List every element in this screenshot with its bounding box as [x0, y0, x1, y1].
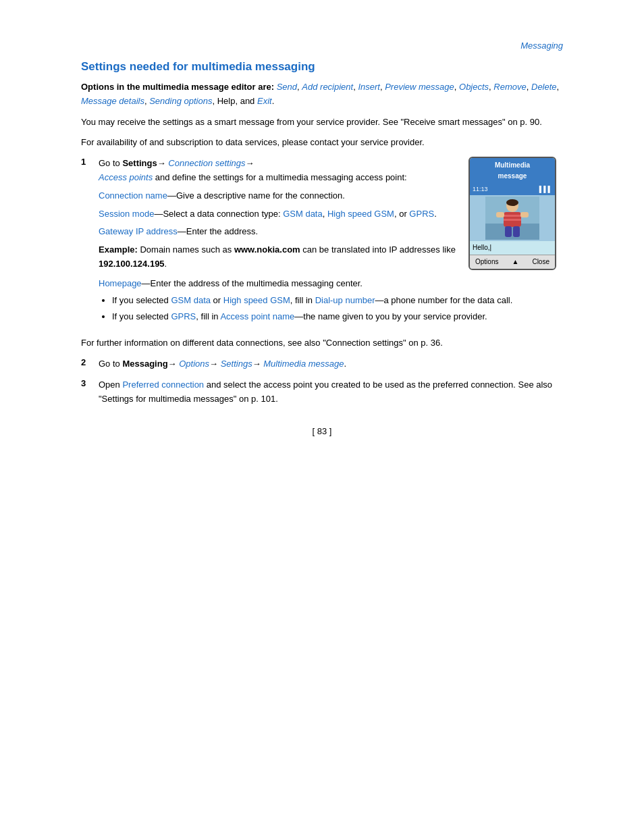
options-link-message-details: Message details [81, 96, 144, 106]
bullet1-dash: —a phone number for the data call. [375, 295, 513, 305]
session-mode-gprs: GPRS [409, 209, 434, 219]
phone-time: 11:13 [473, 184, 488, 194]
svg-rect-5 [504, 215, 521, 217]
step2-end: . [344, 359, 347, 369]
gateway-dash: —Enter the address. [178, 226, 258, 236]
phone-close-btn: Close [532, 257, 549, 267]
bullet1-or: or [211, 295, 223, 305]
svg-rect-6 [504, 219, 521, 221]
page-number: [ 83 ] [81, 426, 563, 436]
session-mode-highspeed: High speed GSM [327, 209, 394, 219]
step1-number: 1 [81, 157, 92, 330]
para2: For availability of and subscription to … [81, 136, 563, 150]
bullet2-dash: —the name given to you by your service p… [294, 311, 487, 321]
options-link-exit: Exit [257, 96, 272, 106]
step3-content: Open Preferred connection and select the… [99, 378, 563, 407]
example-mid: can be translated into IP addresses like [300, 244, 456, 255]
options-link-delete: Delete [531, 82, 557, 92]
svg-rect-8 [520, 212, 529, 217]
step2-multimedia: Multimedia message [263, 359, 344, 369]
phone-person-icon [485, 197, 539, 240]
step2-section: 2 Go to Messaging→ Options→ Settings→ Mu… [81, 357, 563, 371]
step1-pre: Go to [99, 158, 122, 168]
step1-arrow2: → [246, 158, 254, 168]
example-ip: 192.100.124.195 [99, 259, 165, 269]
phone-status-bar: 11:13 ▌▌▌ [470, 184, 555, 194]
bullet2-gprs: GPRS [171, 311, 196, 321]
phone-screen: Multimedia message 11:13 ▌▌▌ [468, 157, 556, 269]
svg-point-3 [506, 199, 518, 206]
bullet1-pre: If you selected [112, 295, 171, 305]
options-and: and [240, 96, 257, 106]
step3-preferred: Preferred connection [122, 380, 204, 390]
options-link-objects: Objects [459, 82, 489, 92]
options-link-add-recipient: Add recipient [302, 82, 353, 92]
step1-access-points: Access points [99, 172, 153, 182]
options-link-remove: Remove [493, 82, 526, 92]
step1-connection-settings: Connection settings [168, 158, 245, 168]
svg-rect-10 [513, 226, 520, 237]
bullet1-highspeed: High speed GSM [223, 295, 290, 305]
step2-pre: Go to [99, 359, 122, 369]
gateway-label: Gateway IP address [99, 226, 178, 236]
step1-arrow1: → [157, 158, 169, 168]
example-text: Domain names such as [140, 244, 234, 255]
svg-rect-9 [505, 226, 512, 237]
step1-text-mid: and define the settings for a multimedia… [153, 172, 407, 182]
phone-screenshot: Multimedia message 11:13 ▌▌▌ [468, 157, 556, 269]
phone-image-area [470, 195, 555, 241]
page-title: Settings needed for multimedia messaging [81, 60, 563, 74]
bullet1-gsm-data: GSM data [171, 295, 211, 305]
step2-options: Options [179, 359, 209, 369]
homepage-item: Homepage—Enter the address of the multim… [99, 277, 556, 291]
para1: You may receive the settings as a smart … [81, 115, 563, 130]
bullet1: If you selected GSM data or High speed G… [112, 294, 556, 308]
step3-section: 3 Open Preferred connection and select t… [81, 378, 563, 407]
phone-options-btn: Options [475, 257, 498, 267]
options-link-preview: Preview message [385, 82, 454, 92]
example-end: . [165, 259, 167, 269]
step2-arrow3: → [252, 359, 264, 369]
step2-content: Go to Messaging→ Options→ Settings→ Mult… [99, 357, 563, 371]
phone-signal: ▌▌▌ [539, 184, 552, 194]
homepage-dash: —Enter the address of the multimedia mes… [142, 278, 363, 288]
step3-number: 3 [81, 378, 92, 407]
step3-pre: Open [99, 380, 122, 390]
further-info: For further information on different dat… [81, 336, 563, 350]
bullet2: If you selected GPRS, fill in Access poi… [112, 310, 556, 324]
connection-name-dash: —Give a descriptive name for the connect… [167, 190, 345, 201]
options-link-insert: Insert [358, 82, 380, 92]
section-header: Messaging [81, 41, 563, 51]
options-label: Options in the multimedia message editor… [81, 82, 274, 92]
step1-section: 1 Multimedia message 11:13 ▌▌▌ [81, 157, 563, 330]
step2-arrow1: → [168, 359, 180, 369]
session-or: , or [394, 209, 409, 219]
bullet2-apn: Access point name [220, 311, 294, 321]
connection-name-label: Connection name [99, 190, 167, 201]
session-mode-gsm: GSM data [283, 209, 323, 219]
step2-messaging: Messaging [122, 359, 167, 369]
homepage-label: Homepage [99, 278, 142, 288]
phone-title: Multimedia message [470, 158, 555, 184]
session-mode-label: Session mode [99, 209, 154, 219]
example-label: Example: [99, 244, 138, 255]
bullet2-pre: If you selected [112, 311, 171, 321]
options-link-send: Send [277, 82, 297, 92]
options-line: Options in the multimedia message editor… [81, 80, 563, 109]
step2-settings: Settings [221, 359, 252, 369]
page: Messaging Settings needed for multimedia… [0, 0, 644, 834]
svg-rect-7 [496, 212, 504, 217]
bullet2-mid: , fill in [196, 311, 220, 321]
session-comma1: , [323, 209, 327, 219]
options-link-sending-options: Sending options [149, 96, 212, 106]
bullet1-mid: , fill in [290, 295, 315, 305]
session-end: . [434, 209, 437, 219]
bullet1-dialup: Dial-up number [315, 295, 375, 305]
step2-arrow2: → [209, 359, 221, 369]
phone-up-btn: ▲ [512, 257, 518, 267]
step2-number: 2 [81, 357, 92, 371]
phone-hello-text: Hello,| [470, 241, 555, 255]
bullet-list: If you selected GSM data or High speed G… [112, 294, 556, 325]
step1-content: Multimedia message 11:13 ▌▌▌ [99, 157, 556, 330]
session-mode-dash: —Select a data connection type: [154, 209, 283, 219]
